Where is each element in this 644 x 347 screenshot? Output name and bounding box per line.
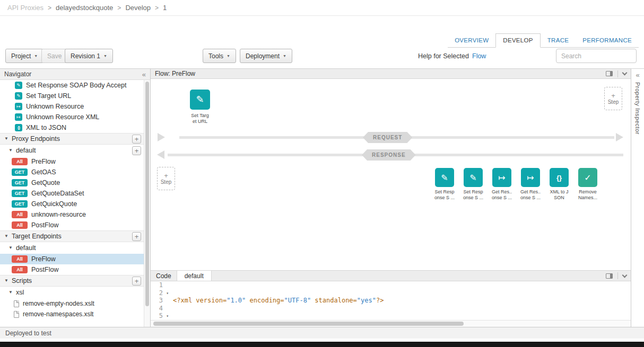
collapse-panel-chevron-icon[interactable] (622, 272, 628, 278)
code-line: <?xml version="1.0" encoding="UTF-8" sta… (173, 297, 631, 305)
triangle-down-icon: ▼ (4, 137, 8, 141)
policy-remove-namespaces[interactable]: ✓ (578, 168, 597, 187)
revision-menu-button[interactable]: Revision 1 ▼ (65, 49, 113, 63)
code-gutter: 1 2▾ 3 4 5▾ (151, 281, 170, 320)
add-step-button[interactable]: + Step (157, 167, 175, 190)
code-header-icons (606, 271, 631, 281)
target-flow-preflow[interactable]: All PreFlow (0, 254, 144, 264)
flow-canvas: ✎ Set Targ et URL + Step REQUEST (151, 79, 631, 270)
fold-icon[interactable]: ▾ (166, 290, 169, 298)
policy-xml-to-json[interactable]: {} (550, 168, 569, 187)
help-flow-link[interactable]: Flow (472, 52, 486, 60)
policy-item[interactable]: ✎ Set Response SOAP Body Accept (0, 80, 144, 91)
split-panel-icon[interactable] (606, 71, 613, 76)
triangle-down-icon: ▼ (8, 290, 13, 295)
policy-get-response-2[interactable]: ↦ (521, 168, 540, 187)
breadcrumb-develop[interactable]: Develop (125, 4, 151, 12)
breadcrumb: API Proxies > delayedstockquote > Develo… (0, 0, 644, 16)
save-button[interactable]: Save (41, 49, 67, 63)
response-flow-label: RESPONSE (362, 149, 416, 161)
chevron-down-icon: ▼ (34, 54, 38, 58)
expand-panel-icon[interactable]: « (636, 72, 639, 78)
policy-label: XML to J SON (544, 189, 574, 201)
proxy-endpoint-default[interactable]: ▼ default + (0, 145, 144, 156)
split-panel-icon[interactable] (606, 273, 613, 279)
braces-icon: {} (15, 124, 22, 131)
tab-develop[interactable]: DEVELOP (495, 33, 540, 48)
resource-callout-icon: ↦ (15, 103, 22, 110)
endpoint-name: default (16, 147, 132, 154)
section-proxy-endpoints[interactable]: ▼ Proxy Endpoints + (0, 133, 144, 145)
add-script-button[interactable]: + (132, 277, 141, 286)
flow-label: PostFlow (31, 221, 58, 229)
flow-callout-icon: ↦ (498, 173, 505, 183)
section-target-endpoints[interactable]: ▼ Target Endpoints + (0, 230, 144, 242)
target-flow-postflow[interactable]: All PostFlow (0, 264, 144, 275)
tools-menu-button[interactable]: Tools ▼ (203, 49, 236, 63)
request-arrow-start-icon (158, 133, 165, 141)
add-flow-button[interactable]: + (132, 146, 141, 155)
breadcrumb-api-proxies[interactable]: API Proxies (7, 4, 43, 12)
proxy-flow-getquotedataset[interactable]: GET GetQuoteDataSet (0, 188, 144, 199)
proxy-flow-unknown-resource[interactable]: All unknown-resource (0, 209, 144, 220)
method-badge: All (12, 221, 28, 229)
add-target-endpoint-button[interactable]: + (132, 232, 141, 241)
file-icon (14, 311, 19, 318)
tab-overview[interactable]: OVERVIEW (448, 34, 495, 47)
scrollbar-thumb[interactable] (153, 322, 464, 326)
tab-performance[interactable]: PERFORMANCE (576, 34, 639, 47)
breadcrumb-proxy-name[interactable]: delayedstockquote (56, 4, 113, 12)
line-number: 2 (159, 289, 163, 297)
policy-item[interactable]: {} XML to JSON (0, 122, 144, 133)
policy-label: Unknown Resource XML (26, 113, 99, 121)
section-scripts[interactable]: ▼ Scripts + (0, 275, 144, 287)
window-bottom-edge (0, 342, 644, 347)
policy-label: Get Res.. onse S ... (487, 189, 517, 201)
collapse-panel-icon[interactable]: « (142, 71, 146, 78)
policy-item[interactable]: ↦ Unknown Resource XML (0, 112, 144, 122)
proxy-flow-getquote[interactable]: GET GetQuote (0, 177, 144, 188)
line-number: 5 (159, 312, 163, 319)
flow-label: PostFlow (31, 266, 58, 273)
proxy-flow-getoas[interactable]: GET GetOAS (0, 167, 144, 177)
line-number: 3 (159, 297, 163, 304)
policy-set-target-url[interactable]: ✎ (190, 90, 210, 110)
policy-item[interactable]: ✎ Set Target URL (0, 91, 144, 101)
navigator-scrollbar (144, 80, 150, 327)
code-tab-default[interactable]: default (177, 271, 212, 281)
apigee-proxy-editor: API Proxies > delayedstockquote > Develo… (0, 0, 644, 347)
tab-trace[interactable]: TRACE (541, 34, 576, 47)
proxy-flow-getquickquote[interactable]: GET GetQuickQuote (0, 199, 144, 209)
deployment-status: Deployed to test (5, 330, 51, 337)
collapse-panel-chevron-icon[interactable] (622, 70, 628, 76)
proxy-flow-preflow[interactable]: All PreFlow (0, 156, 144, 167)
flow-panel-title: Flow: PreFlow (155, 70, 195, 77)
group-name: xsl (16, 289, 141, 296)
project-menu-button[interactable]: Project ▼ (5, 49, 43, 63)
policy-get-response-1[interactable]: ↦ (492, 168, 511, 187)
search-input[interactable] (556, 49, 637, 63)
method-badge: All (12, 211, 28, 218)
script-file[interactable]: remove-empty-nodes.xslt (0, 298, 144, 309)
proxy-flow-postflow[interactable]: All PostFlow (0, 220, 144, 230)
fold-icon[interactable]: ▾ (166, 313, 169, 320)
scripts-group-xsl[interactable]: ▼ xsl (0, 287, 144, 298)
chevron-down-icon: ▼ (227, 54, 230, 58)
breadcrumb-separator: > (117, 4, 121, 12)
add-step-button[interactable]: + Step (604, 87, 622, 110)
policy-set-response-1[interactable]: ✎ (435, 168, 454, 187)
policy-label: Set Target URL (26, 92, 71, 100)
code-content[interactable]: <?xml version="1.0" encoding="UTF-8" sta… (170, 281, 631, 320)
main-area: Navigator « ✎ Set Response SOAP Body Acc… (0, 69, 644, 327)
project-menu-label: Project (11, 52, 31, 60)
script-file[interactable]: remove-namespaces.xslt (0, 309, 144, 319)
divider (617, 70, 618, 77)
line-number: 4 (159, 305, 163, 312)
policy-set-response-2[interactable]: ✎ (464, 168, 483, 187)
policy-item[interactable]: ↦ Unknown Resource (0, 101, 144, 112)
target-endpoint-default[interactable]: ▼ default (0, 242, 144, 254)
add-proxy-endpoint-button[interactable]: + (132, 135, 141, 144)
deployment-menu-button[interactable]: Deployment ▼ (240, 49, 292, 63)
policy-label: Remove Names... (573, 189, 603, 201)
scrollbar-thumb[interactable] (145, 82, 149, 306)
